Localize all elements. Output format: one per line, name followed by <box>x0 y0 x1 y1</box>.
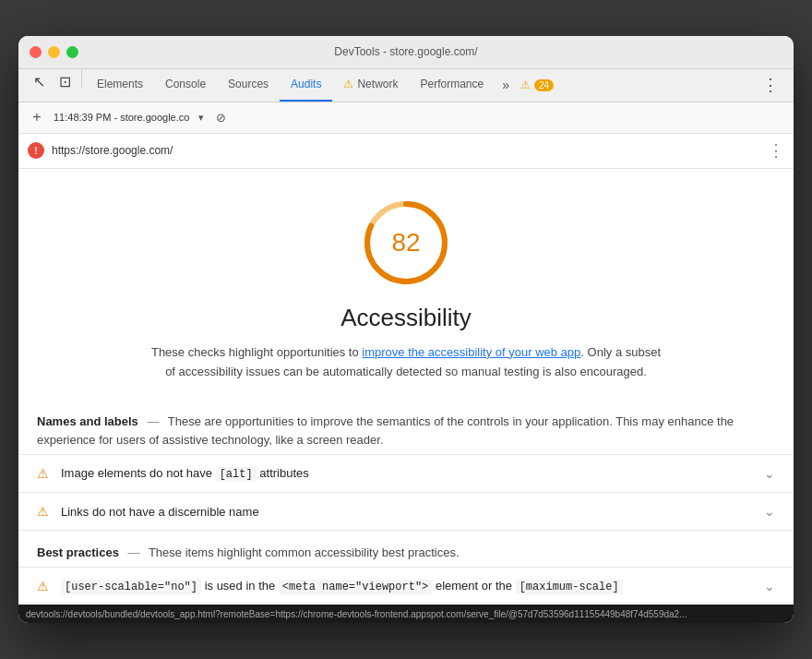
more-tabs-button[interactable]: » <box>495 69 517 102</box>
tab-network-label: Network <box>357 78 398 90</box>
devtools-settings-button[interactable]: ⋮ <box>755 69 786 102</box>
tab-performance-label: Performance <box>420 78 484 90</box>
score-title: Accessibility <box>340 304 472 332</box>
best-practices-header: Best practices — These items highlight c… <box>18 530 794 567</box>
url-more-button[interactable]: ⋮ <box>768 140 784 161</box>
devtools-window: DevTools - store.google.com/ ↖ ⊡ Element… <box>18 36 794 624</box>
tab-audits-label: Audits <box>291 78 321 90</box>
audit-text-1-after: attributes <box>257 466 309 480</box>
audit-chevron-2: ⌄ <box>764 504 775 519</box>
status-bar: devtools://devtools/bundled/devtools_app… <box>18 605 794 623</box>
url-bar: ! https://store.google.com/ ⋮ <box>18 134 794 169</box>
minimize-button[interactable] <box>48 46 60 58</box>
best-practices-dash: — <box>125 545 140 559</box>
score-section: 82 Accessibility These checks highlight … <box>18 169 794 401</box>
score-desc-before: These checks highlight opportunities to <box>151 345 362 359</box>
main-content: 82 Accessibility These checks highlight … <box>18 169 794 605</box>
names-section-dash: — <box>144 414 160 428</box>
tab-console[interactable]: Console <box>154 69 217 102</box>
best-practices-desc: These items highlight common accessibili… <box>146 545 460 559</box>
status-text: devtools://devtools/bundled/devtools_app… <box>26 609 687 619</box>
code-meta-viewport: <meta name="viewport"> <box>279 580 432 594</box>
cursor-tool-button[interactable]: ↖ <box>26 69 52 95</box>
audit-text-1-before: Image elements do not have <box>61 466 216 480</box>
traffic-lights <box>30 46 78 58</box>
best-practices-title: Best practices <box>37 545 119 559</box>
titlebar: DevTools - store.google.com/ <box>18 36 794 69</box>
tab-elements-label: Elements <box>97 78 143 90</box>
network-warning-icon: ⚠ <box>343 78 353 90</box>
window-title: DevTools - store.google.com/ <box>334 45 477 58</box>
score-description: These checks highlight opportunities to … <box>148 343 664 382</box>
tab-elements[interactable]: Elements <box>86 69 154 102</box>
secondary-toolbar: + 11:48:39 PM - store.google.co ▾ ⊘ <box>18 102 794 134</box>
badge-area: ⚠ 24 <box>520 69 554 102</box>
tab-audits[interactable]: Audits <box>280 69 332 102</box>
audit-chevron-1: ⌄ <box>764 466 775 481</box>
timestamp-label: 11:48:39 PM - store.google.co <box>54 112 189 123</box>
stop-recording-button[interactable]: ⊘ <box>209 106 232 128</box>
close-button[interactable] <box>30 46 42 58</box>
tab-network[interactable]: ⚠ Network <box>332 69 409 102</box>
code-max-scale: [maximum-scale] <box>516 580 623 594</box>
audit-text-1: Image elements do not have [alt] attribu… <box>61 466 755 481</box>
score-desc-link[interactable]: improve the accessibility of your web ap… <box>362 345 580 359</box>
audit-item-alt[interactable]: ⚠ Image elements do not have [alt] attri… <box>18 454 794 492</box>
issues-badge: 24 <box>534 79 554 91</box>
code-user-scalable: [user-scalable="no"] <box>61 580 201 594</box>
badge-warning-icon: ⚠ <box>520 78 531 91</box>
audit-chevron-3: ⌄ <box>764 579 775 593</box>
names-section-title: Names and labels <box>37 414 138 428</box>
audit-warning-icon-1: ⚠ <box>37 466 52 481</box>
audit-text-2: Links do not have a discernible name <box>61 505 755 519</box>
names-section-desc: These are opportunities to improve the s… <box>37 414 734 447</box>
maximize-button[interactable] <box>66 46 78 58</box>
security-icon: ! <box>28 142 44 159</box>
score-value: 82 <box>391 228 420 258</box>
tab-bar: ↖ ⊡ Elements Console Sources Audits ⚠ Ne… <box>18 69 794 102</box>
tab-performance[interactable]: Performance <box>409 69 495 102</box>
names-section-header: Names and labels — These are opportuniti… <box>18 400 794 454</box>
tab-console-label: Console <box>165 78 206 90</box>
audit-item-viewport[interactable]: ⚠ [user-scalable="no"] is used in the <m… <box>18 567 794 605</box>
audit-text-3: [user-scalable="no"] is used in the <met… <box>61 579 755 593</box>
toolbar-divider <box>81 69 82 88</box>
audit-code-1: [alt] <box>216 467 257 482</box>
audit-warning-icon-2: ⚠ <box>37 504 52 519</box>
tab-sources[interactable]: Sources <box>217 69 280 102</box>
new-tab-button[interactable]: + <box>26 106 48 128</box>
bp-text-mid: is used in the <box>201 579 279 593</box>
bp-text-mid2: element or the <box>432 579 515 593</box>
score-gauge: 82 <box>360 197 452 289</box>
tab-sources-label: Sources <box>228 78 269 90</box>
audit-item-links[interactable]: ⚠ Links do not have a discernible name ⌄ <box>18 492 794 530</box>
audit-warning-icon-3: ⚠ <box>37 579 52 593</box>
timestamp-dropdown[interactable]: ▾ <box>198 112 204 124</box>
responsive-tool-button[interactable]: ⊡ <box>52 69 78 95</box>
url-text: https://store.google.com/ <box>52 144 760 157</box>
